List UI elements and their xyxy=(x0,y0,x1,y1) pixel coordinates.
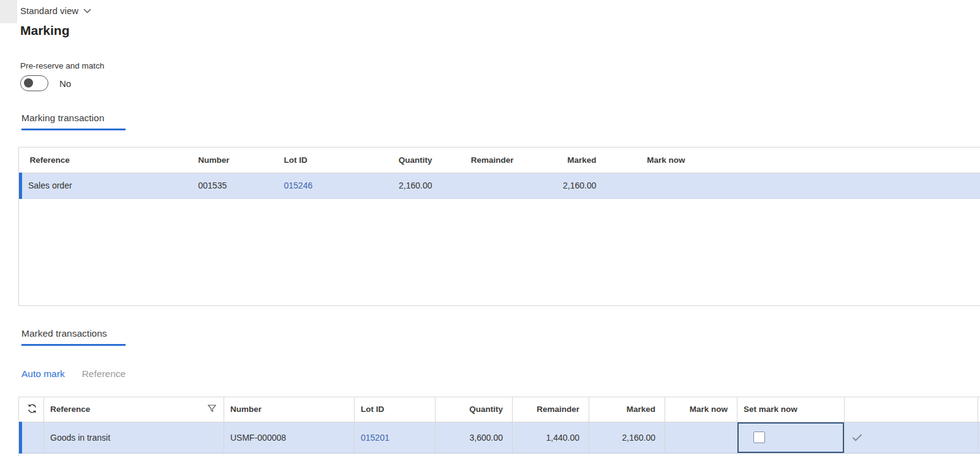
cell-number[interactable]: USMF-000008 xyxy=(224,422,355,453)
grid1-col-remainder[interactable]: Remainder xyxy=(442,148,523,173)
cell-reference[interactable]: Goods in transit xyxy=(44,422,224,453)
set-mark-now-cell[interactable] xyxy=(737,422,845,453)
grid2-col-number[interactable]: Number xyxy=(224,397,355,422)
grid1-col-filler xyxy=(695,148,980,173)
grid2-col-quantity[interactable]: Quantity xyxy=(435,397,513,422)
grid2-col-mark-now[interactable]: Mark now xyxy=(665,397,737,422)
cell-row-selector[interactable] xyxy=(21,422,44,453)
refresh-icon[interactable] xyxy=(21,397,44,422)
cell-marked: 2,160.00 xyxy=(589,422,665,453)
table-row[interactable]: Sales order 001535 015246 2,160.00 2,160… xyxy=(21,173,980,198)
filter-icon[interactable] xyxy=(208,405,216,413)
table-row[interactable]: Goods in transit USMF-000008 015201 3,60… xyxy=(21,422,980,453)
cell-quantity: 3,600.00 xyxy=(435,422,513,453)
view-selector[interactable]: Standard view xyxy=(20,6,91,16)
view-selector-label: Standard view xyxy=(20,6,78,16)
cell-remainder xyxy=(442,173,523,198)
page-title: Marking xyxy=(20,23,70,38)
grid2-col-filler xyxy=(978,397,980,422)
pre-reserve-label: Pre-reserve and match xyxy=(20,61,104,70)
pre-reserve-value: No xyxy=(59,78,71,89)
grid2-header-row: Reference Number Lot ID Quantity Remaind… xyxy=(21,397,980,422)
reference-button[interactable]: Reference xyxy=(82,368,126,379)
grid2-col-check xyxy=(845,397,978,422)
cell-lot-id-link[interactable]: 015246 xyxy=(278,173,361,198)
tab-marked-transactions[interactable]: Marked transactions xyxy=(21,328,126,346)
cell-mark-now[interactable] xyxy=(606,173,695,198)
checkmark-icon xyxy=(852,433,971,442)
grid2-col-remainder[interactable]: Remainder xyxy=(513,397,589,422)
grid2-col-reference[interactable]: Reference xyxy=(44,397,224,422)
grid2-col-marked[interactable]: Marked xyxy=(589,397,665,422)
cell-remainder: 1,440.00 xyxy=(513,422,589,453)
page-corner-artifact xyxy=(0,0,17,23)
cell-number[interactable]: 001535 xyxy=(192,173,278,198)
grid2-col-reference-label: Reference xyxy=(50,405,90,414)
grid2-col-set-mark-now[interactable]: Set mark now xyxy=(737,397,845,422)
cell-reference[interactable]: Sales order xyxy=(21,173,192,198)
cell-filler xyxy=(978,422,980,453)
grid1-col-mark-now[interactable]: Mark now xyxy=(606,148,695,173)
pre-reserve-toggle[interactable] xyxy=(20,75,48,91)
set-mark-now-checkbox[interactable] xyxy=(753,432,765,443)
marked-transactions-grid: Reference Number Lot ID Quantity Remaind… xyxy=(18,397,980,456)
cell-quantity: 2,160.00 xyxy=(361,173,442,198)
auto-mark-button[interactable]: Auto mark xyxy=(21,368,65,379)
cell-lot-id-link[interactable]: 015201 xyxy=(355,422,435,453)
grid1-col-reference[interactable]: Reference xyxy=(21,148,192,173)
grid1-col-marked[interactable]: Marked xyxy=(523,148,606,173)
row-marked-indicator xyxy=(845,422,978,453)
toggle-knob xyxy=(24,78,33,88)
grid1-col-number[interactable]: Number xyxy=(192,148,278,173)
cell-mark-now[interactable] xyxy=(665,422,737,453)
grid1-col-lot-id[interactable]: Lot ID xyxy=(278,148,361,173)
marked-transactions-toolbar: Auto mark Reference xyxy=(21,368,126,379)
marking-transaction-grid: Reference Number Lot ID Quantity Remaind… xyxy=(18,147,980,306)
tab-marking-transaction[interactable]: Marking transaction xyxy=(21,113,126,130)
cell-marked: 2,160.00 xyxy=(523,173,606,198)
grid2-col-lot-id[interactable]: Lot ID xyxy=(355,397,435,422)
grid1-header-row: Reference Number Lot ID Quantity Remaind… xyxy=(21,148,980,173)
chevron-down-icon xyxy=(83,9,91,13)
cell-filler xyxy=(695,173,980,198)
grid1-col-quantity[interactable]: Quantity xyxy=(361,148,442,173)
